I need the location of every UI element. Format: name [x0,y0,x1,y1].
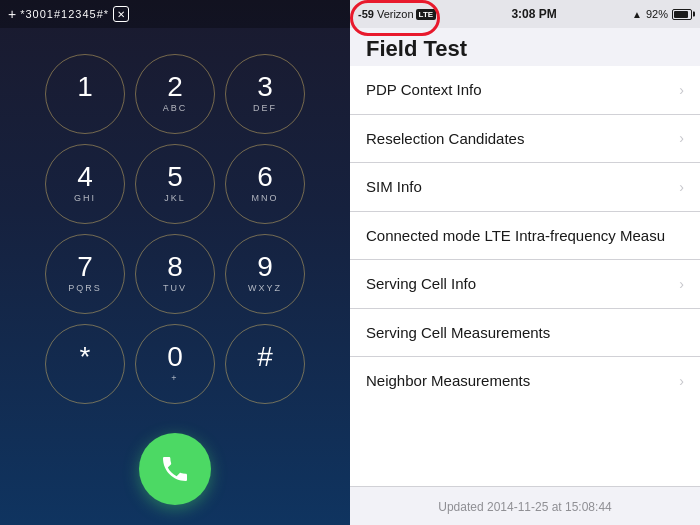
key-letters: WXYZ [248,283,282,295]
key-number: 6 [257,163,273,191]
chevron-right-icon: › [679,276,684,292]
menu-item-label: Neighbor Measurements [366,371,679,391]
key-7[interactable]: 7 PQRS [45,234,125,314]
key-4[interactable]: 4 GHI [45,144,125,224]
key-star[interactable]: * [45,324,125,404]
key-6[interactable]: 6 MNO [225,144,305,224]
menu-item-label: Serving Cell Info [366,274,679,294]
key-letters: MNO [252,193,279,205]
key-0[interactable]: 0 + [135,324,215,404]
status-time: 3:08 PM [511,7,556,21]
key-number: 0 [167,343,183,371]
key-number: 4 [77,163,93,191]
call-button-row [0,429,350,525]
menu-item-label: PDP Context Info [366,80,679,100]
key-letters: + [171,373,178,385]
key-8[interactable]: 8 TUV [135,234,215,314]
updated-text: Updated 2014-11-25 at 15:08:44 [438,500,611,514]
key-number: * [80,343,91,371]
key-letters: JKL [164,193,186,205]
key-letters: TUV [163,283,187,295]
lte-badge: LTE [416,9,437,20]
menu-item-label: Connected mode LTE Intra-frequency Measu [366,226,684,246]
key-letters: PQRS [68,283,102,295]
key-letters: ABC [163,103,188,115]
key-9[interactable]: 9 WXYZ [225,234,305,314]
key-number: 3 [257,73,273,101]
signal-db: -59 [358,8,374,20]
menu-item-neighbor-measurements[interactable]: Neighbor Measurements › [350,357,700,405]
field-test-panel: -59 Verizon LTE 3:08 PM ▲ 92% Field Test… [350,0,700,525]
chevron-right-icon: › [679,82,684,98]
menu-item-sim[interactable]: SIM Info › [350,163,700,212]
menu-item-reselection[interactable]: Reselection Candidates › [350,115,700,164]
key-number: 9 [257,253,273,281]
close-icon[interactable]: ✕ [113,6,129,22]
plus-icon: + [8,6,16,22]
key-number: 1 [77,73,93,101]
battery-fill [674,11,688,18]
battery-icon [672,9,692,20]
right-status-bar: -59 Verizon LTE 3:08 PM ▲ 92% [350,0,700,28]
chevron-right-icon: › [679,130,684,146]
menu-list: PDP Context Info › Reselection Candidate… [350,66,700,486]
menu-item-label: Reselection Candidates [366,129,679,149]
call-button[interactable] [139,433,211,505]
key-letters: GHI [74,193,96,205]
dialer-panel: + *3001#12345#* ✕ 1 2 ABC 3 DEF 4 GHI [0,0,350,525]
key-letters: DEF [253,103,277,115]
key-number: 2 [167,73,183,101]
phone-icon [159,453,191,485]
dialer-code: *3001#12345#* [20,8,109,20]
keypad-grid: 1 2 ABC 3 DEF 4 GHI 5 JKL 6 MNO 7 [21,28,329,429]
menu-item-serving-cell-info[interactable]: Serving Cell Info › [350,260,700,309]
key-2[interactable]: 2 ABC [135,54,215,134]
location-icon: ▲ [632,9,642,20]
menu-item-pdp[interactable]: PDP Context Info › [350,66,700,115]
signal-info: -59 Verizon LTE [358,8,436,20]
key-1[interactable]: 1 [45,54,125,134]
chevron-right-icon: › [679,373,684,389]
key-number: 7 [77,253,93,281]
menu-item-label: SIM Info [366,177,679,197]
menu-item-connected-lte[interactable]: Connected mode LTE Intra-frequency Measu [350,212,700,261]
page-title: Field Test [366,36,684,62]
key-number: 5 [167,163,183,191]
menu-item-label: Serving Cell Measurements [366,323,684,343]
carrier-name: Verizon [377,8,414,20]
chevron-right-icon: › [679,179,684,195]
updated-footer: Updated 2014-11-25 at 15:08:44 [350,486,700,525]
key-3[interactable]: 3 DEF [225,54,305,134]
key-hash[interactable]: # [225,324,305,404]
carrier-lte: Verizon LTE [377,8,436,20]
key-number: 8 [167,253,183,281]
status-right: ▲ 92% [632,8,692,20]
status-left: + *3001#12345#* ✕ [8,6,129,22]
field-test-title-bar: Field Test [350,28,700,66]
dialer-status-bar: + *3001#12345#* ✕ [0,0,350,28]
key-number: # [257,343,273,371]
key-5[interactable]: 5 JKL [135,144,215,224]
battery-pct: 92% [646,8,668,20]
menu-item-serving-cell-measurements[interactable]: Serving Cell Measurements [350,309,700,358]
